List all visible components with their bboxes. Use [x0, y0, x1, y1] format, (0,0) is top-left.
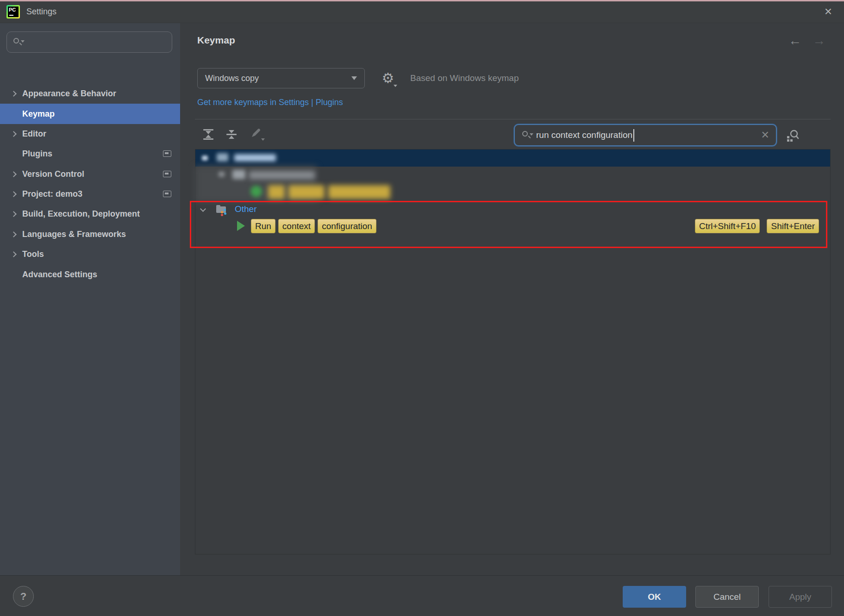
forward-arrow-icon[interactable]: → — [813, 33, 825, 48]
sidebar-item-project-demo3[interactable]: Project: demo3 — [0, 184, 180, 204]
settings-sidebar: Appearance & Behavior Keymap Editor Plug… — [0, 23, 180, 575]
sidebar-item-build-execution-deployment[interactable]: Build, Execution, Deployment — [0, 204, 180, 224]
chevron-right-icon — [11, 251, 17, 257]
back-arrow-icon[interactable]: ← — [788, 33, 801, 48]
get-more-keymaps-link[interactable]: Get more keymaps in Settings | Plugins — [197, 98, 343, 107]
search-icon — [13, 37, 24, 48]
keymap-scheme-value: Windows copy — [205, 74, 259, 83]
chevron-right-icon — [11, 131, 17, 137]
external-settings-icon — [163, 171, 171, 177]
sidebar-item-keymap[interactable]: Keymap — [0, 104, 180, 124]
blurred-folder-icon — [217, 153, 228, 162]
red-annotation-rectangle — [190, 201, 827, 248]
keymap-search-input[interactable]: run context configuration ✕ — [514, 124, 777, 146]
pycharm-logo-icon: PC — [6, 5, 20, 19]
blurred-chevron — [202, 156, 208, 161]
screenshot-border-artifact — [0, 0, 844, 1]
based-on-label: Based on Windows keymap — [410, 73, 519, 83]
edit-shortcut-icon[interactable] — [250, 127, 265, 142]
cancel-button[interactable]: Cancel — [695, 586, 759, 608]
expand-all-icon[interactable] — [202, 128, 214, 141]
blurred-highlight — [288, 185, 325, 199]
text-cursor — [633, 129, 634, 142]
sidebar-item-editor[interactable]: Editor — [0, 124, 180, 144]
sidebar-item-tools[interactable]: Tools — [0, 244, 180, 264]
blurred-highlight — [268, 185, 285, 199]
chevron-right-icon — [11, 231, 17, 237]
chevron-right-icon — [11, 211, 17, 217]
find-actions-by-shortcut-icon[interactable] — [784, 128, 801, 144]
blurred-chevron — [219, 172, 225, 177]
sidebar-item-appearance-behavior[interactable]: Appearance & Behavior — [0, 83, 180, 104]
window-title: Settings — [26, 0, 56, 23]
page-title: Keymap — [197, 35, 235, 46]
toolbar-divider — [195, 119, 831, 119]
sidebar-item-languages-frameworks[interactable]: Languages & Frameworks — [0, 224, 180, 244]
settings-dialog: PC Settings × Appearance & Behavior Keym… — [0, 0, 844, 616]
external-settings-icon — [163, 150, 171, 157]
help-button[interactable]: ? — [13, 586, 34, 607]
sidebar-item-plugins[interactable]: Plugins — [0, 143, 180, 164]
settings-search-input[interactable] — [6, 31, 172, 53]
blurred-highlight — [328, 185, 390, 199]
collapse-all-icon[interactable] — [225, 128, 238, 141]
blurred-run-icon — [250, 186, 262, 197]
chevron-down-icon — [351, 76, 357, 80]
keymap-search-value: run context configuration — [536, 130, 632, 140]
close-icon[interactable]: × — [818, 3, 838, 20]
chevron-right-icon — [11, 91, 17, 97]
apply-button[interactable]: Apply — [769, 586, 832, 608]
ok-button[interactable]: OK — [623, 586, 686, 608]
tree-row-blurred-selected[interactable] — [195, 149, 830, 167]
gear-icon[interactable]: ⚙ — [380, 70, 396, 87]
blurred-folder-icon — [232, 170, 245, 179]
dialog-footer: ? OK Cancel Apply — [0, 575, 844, 616]
external-settings-icon — [163, 191, 171, 197]
keymap-scheme-select[interactable]: Windows copy — [197, 68, 365, 88]
blurred-label — [234, 154, 276, 162]
blurred-label — [249, 171, 315, 179]
chevron-right-icon — [11, 191, 17, 197]
sidebar-item-advanced-settings[interactable]: Advanced Settings — [0, 264, 180, 285]
sidebar-item-version-control[interactable]: Version Control — [0, 164, 180, 184]
title-bar: PC Settings × — [0, 0, 844, 23]
clear-search-icon[interactable]: ✕ — [761, 130, 769, 140]
chevron-right-icon — [11, 171, 17, 177]
search-icon — [521, 130, 532, 141]
